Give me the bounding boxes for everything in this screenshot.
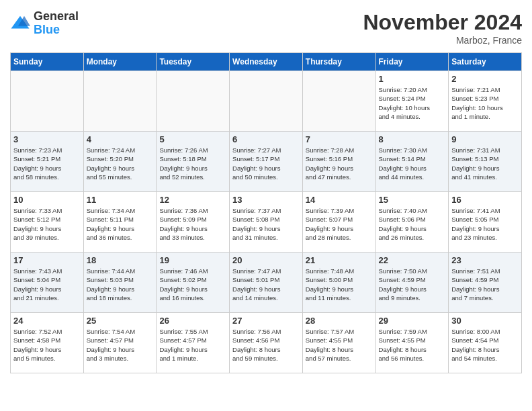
day-number: 5	[159, 134, 226, 144]
calendar-cell: 11Sunrise: 7:34 AM Sunset: 5:11 PM Dayli…	[83, 192, 157, 253]
calendar-cell: 14Sunrise: 7:39 AM Sunset: 5:07 PM Dayli…	[302, 192, 375, 253]
calendar-cell: 1Sunrise: 7:20 AM Sunset: 5:24 PM Daylig…	[375, 71, 449, 132]
day-info: Sunrise: 7:20 AM Sunset: 5:24 PM Dayligh…	[379, 85, 446, 121]
day-number: 9	[451, 134, 519, 144]
weekday-header: Friday	[375, 53, 449, 71]
day-number: 7	[306, 134, 373, 144]
calendar-cell: 19Sunrise: 7:46 AM Sunset: 5:02 PM Dayli…	[157, 253, 230, 313]
logo-blue: Blue	[34, 23, 60, 36]
calendar-cell: 25Sunrise: 7:54 AM Sunset: 4:57 PM Dayli…	[83, 313, 157, 373]
day-info: Sunrise: 7:52 AM Sunset: 4:58 PM Dayligh…	[13, 327, 81, 363]
day-info: Sunrise: 7:56 AM Sunset: 4:56 PM Dayligh…	[232, 327, 300, 363]
day-number: 24	[13, 316, 81, 326]
calendar-cell: 24Sunrise: 7:52 AM Sunset: 4:58 PM Dayli…	[11, 313, 84, 373]
day-info: Sunrise: 7:55 AM Sunset: 4:57 PM Dayligh…	[159, 327, 226, 363]
day-number: 29	[379, 316, 446, 326]
day-number: 11	[87, 195, 154, 205]
weekday-header: Sunday	[11, 53, 84, 71]
calendar-cell: 16Sunrise: 7:41 AM Sunset: 5:05 PM Dayli…	[449, 192, 522, 253]
calendar-cell: 30Sunrise: 8:00 AM Sunset: 4:54 PM Dayli…	[449, 313, 522, 373]
day-info: Sunrise: 7:28 AM Sunset: 5:16 PM Dayligh…	[306, 146, 373, 181]
calendar-cell: 17Sunrise: 7:43 AM Sunset: 5:04 PM Dayli…	[11, 253, 84, 313]
day-info: Sunrise: 7:43 AM Sunset: 5:04 PM Dayligh…	[13, 267, 81, 302]
day-number: 1	[379, 74, 446, 84]
day-info: Sunrise: 7:27 AM Sunset: 5:17 PM Dayligh…	[232, 146, 300, 181]
location: Marboz, France	[363, 35, 522, 46]
day-number: 4	[87, 134, 154, 144]
calendar-cell: 7Sunrise: 7:28 AM Sunset: 5:16 PM Daylig…	[302, 132, 375, 192]
day-info: Sunrise: 7:51 AM Sunset: 4:59 PM Dayligh…	[451, 267, 519, 302]
day-info: Sunrise: 7:24 AM Sunset: 5:20 PM Dayligh…	[87, 146, 154, 181]
day-number: 10	[13, 195, 81, 205]
day-info: Sunrise: 7:50 AM Sunset: 4:59 PM Dayligh…	[379, 267, 446, 302]
calendar-cell: 20Sunrise: 7:47 AM Sunset: 5:01 PM Dayli…	[230, 253, 303, 313]
calendar-cell	[230, 71, 303, 132]
calendar-cell: 15Sunrise: 7:40 AM Sunset: 5:06 PM Dayli…	[375, 192, 449, 253]
day-number: 19	[159, 255, 226, 265]
day-info: Sunrise: 7:33 AM Sunset: 5:12 PM Dayligh…	[13, 206, 81, 242]
calendar-week-row: 24Sunrise: 7:52 AM Sunset: 4:58 PM Dayli…	[11, 313, 522, 373]
day-number: 15	[379, 195, 446, 205]
calendar-cell: 22Sunrise: 7:50 AM Sunset: 4:59 PM Dayli…	[375, 253, 449, 313]
logo-text: General Blue	[34, 10, 79, 37]
day-number: 16	[451, 195, 519, 205]
calendar-cell: 5Sunrise: 7:26 AM Sunset: 5:18 PM Daylig…	[157, 132, 230, 192]
day-number: 8	[379, 134, 446, 144]
calendar-cell: 2Sunrise: 7:21 AM Sunset: 5:23 PM Daylig…	[449, 71, 522, 132]
day-number: 12	[159, 195, 226, 205]
logo-general: General	[34, 9, 79, 23]
day-info: Sunrise: 7:36 AM Sunset: 5:09 PM Dayligh…	[159, 206, 226, 242]
day-number: 26	[159, 316, 226, 326]
calendar-cell	[11, 71, 84, 132]
day-info: Sunrise: 7:44 AM Sunset: 5:03 PM Dayligh…	[87, 267, 154, 302]
day-number: 6	[232, 134, 300, 144]
month-title: November 2024	[363, 10, 522, 35]
day-number: 28	[306, 316, 373, 326]
day-info: Sunrise: 7:59 AM Sunset: 4:55 PM Dayligh…	[379, 327, 446, 363]
calendar-cell: 29Sunrise: 7:59 AM Sunset: 4:55 PM Dayli…	[375, 313, 449, 373]
day-number: 2	[451, 74, 519, 84]
day-number: 27	[232, 316, 300, 326]
weekday-header: Wednesday	[230, 53, 303, 71]
logo-icon	[10, 13, 30, 34]
day-info: Sunrise: 7:46 AM Sunset: 5:02 PM Dayligh…	[159, 267, 226, 302]
day-info: Sunrise: 7:47 AM Sunset: 5:01 PM Dayligh…	[232, 267, 300, 302]
calendar-cell	[83, 71, 157, 132]
calendar-cell: 28Sunrise: 7:57 AM Sunset: 4:55 PM Dayli…	[302, 313, 375, 373]
day-number: 20	[232, 255, 300, 265]
calendar-cell: 9Sunrise: 7:31 AM Sunset: 5:13 PM Daylig…	[449, 132, 522, 192]
day-info: Sunrise: 7:31 AM Sunset: 5:13 PM Dayligh…	[451, 146, 519, 181]
calendar-week-row: 3Sunrise: 7:23 AM Sunset: 5:21 PM Daylig…	[11, 132, 522, 192]
calendar-cell	[302, 71, 375, 132]
calendar-cell: 3Sunrise: 7:23 AM Sunset: 5:21 PM Daylig…	[11, 132, 84, 192]
day-number: 23	[451, 255, 519, 265]
calendar-cell: 26Sunrise: 7:55 AM Sunset: 4:57 PM Dayli…	[157, 313, 230, 373]
day-info: Sunrise: 7:23 AM Sunset: 5:21 PM Dayligh…	[13, 146, 81, 181]
calendar-cell: 27Sunrise: 7:56 AM Sunset: 4:56 PM Dayli…	[230, 313, 303, 373]
weekday-header: Thursday	[302, 53, 375, 71]
day-info: Sunrise: 7:57 AM Sunset: 4:55 PM Dayligh…	[306, 327, 373, 363]
calendar-week-row: 1Sunrise: 7:20 AM Sunset: 5:24 PM Daylig…	[11, 71, 522, 132]
day-info: Sunrise: 7:21 AM Sunset: 5:23 PM Dayligh…	[451, 85, 519, 121]
calendar-cell: 18Sunrise: 7:44 AM Sunset: 5:03 PM Dayli…	[83, 253, 157, 313]
day-info: Sunrise: 7:34 AM Sunset: 5:11 PM Dayligh…	[87, 206, 154, 242]
day-number: 13	[232, 195, 300, 205]
day-number: 22	[379, 255, 446, 265]
calendar-cell: 13Sunrise: 7:37 AM Sunset: 5:08 PM Dayli…	[230, 192, 303, 253]
day-info: Sunrise: 7:48 AM Sunset: 5:00 PM Dayligh…	[306, 267, 373, 302]
calendar-table: SundayMondayTuesdayWednesdayThursdayFrid…	[10, 52, 522, 373]
day-info: Sunrise: 7:54 AM Sunset: 4:57 PM Dayligh…	[87, 327, 154, 363]
day-info: Sunrise: 7:37 AM Sunset: 5:08 PM Dayligh…	[232, 206, 300, 242]
day-number: 3	[13, 134, 81, 144]
calendar-week-row: 17Sunrise: 7:43 AM Sunset: 5:04 PM Dayli…	[11, 253, 522, 313]
day-info: Sunrise: 7:40 AM Sunset: 5:06 PM Dayligh…	[379, 206, 446, 242]
calendar-cell: 21Sunrise: 7:48 AM Sunset: 5:00 PM Dayli…	[302, 253, 375, 313]
calendar-cell: 6Sunrise: 7:27 AM Sunset: 5:17 PM Daylig…	[230, 132, 303, 192]
weekday-header-row: SundayMondayTuesdayWednesdayThursdayFrid…	[11, 53, 522, 71]
calendar-cell: 4Sunrise: 7:24 AM Sunset: 5:20 PM Daylig…	[83, 132, 157, 192]
calendar-week-row: 10Sunrise: 7:33 AM Sunset: 5:12 PM Dayli…	[11, 192, 522, 253]
day-info: Sunrise: 7:30 AM Sunset: 5:14 PM Dayligh…	[379, 146, 446, 181]
day-info: Sunrise: 7:39 AM Sunset: 5:07 PM Dayligh…	[306, 206, 373, 242]
day-info: Sunrise: 7:41 AM Sunset: 5:05 PM Dayligh…	[451, 206, 519, 242]
weekday-header: Saturday	[449, 53, 522, 71]
